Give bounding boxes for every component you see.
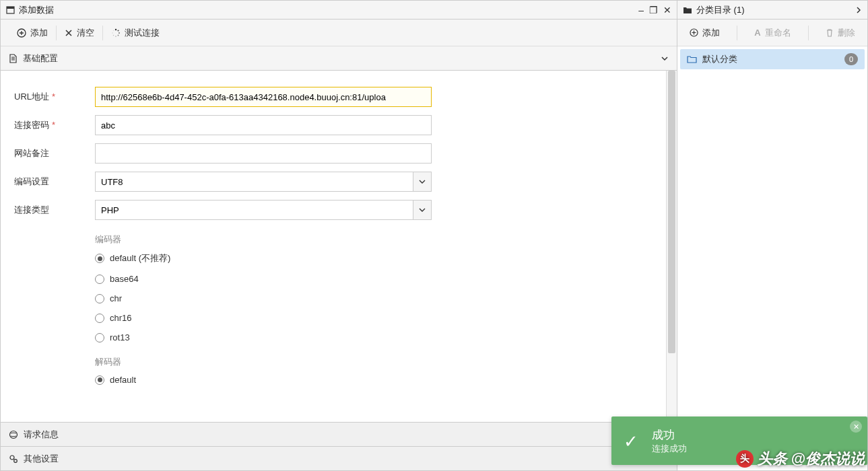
radio-icon [95, 294, 104, 303]
encoder-option-chr16[interactable]: chr16 [95, 313, 653, 323]
font-icon: A [754, 28, 760, 38]
decoder-option-default[interactable]: default [95, 375, 653, 385]
conn-type-label: 连接类型 [14, 204, 95, 216]
maximize-button[interactable]: ❐ [649, 5, 658, 15]
encoder-option-base64[interactable]: base64 [95, 274, 653, 284]
category-count-badge: 0 [844, 53, 858, 65]
other-settings-label: 其他设置 [24, 453, 59, 465]
scrollbar-thumb[interactable] [668, 71, 675, 353]
encoding-label: 编码设置 [14, 176, 95, 188]
radio-icon [95, 314, 104, 323]
encoding-dropdown-button[interactable] [413, 172, 432, 192]
window-icon [6, 5, 15, 14]
close-button[interactable]: ✕ [663, 5, 671, 15]
clear-button[interactable]: 清空 [57, 23, 102, 43]
chevron-down-icon [419, 178, 426, 185]
window-titlebar: 添加数据 – ❐ ✕ [1, 1, 677, 20]
decoder-group-label: 解码器 [95, 356, 653, 368]
other-settings-header[interactable]: 其他设置 [1, 446, 677, 470]
note-label: 网站备注 [14, 147, 95, 159]
category-label: 默认分类 [702, 53, 737, 65]
radio-icon [95, 254, 104, 263]
request-info-label: 请求信息 [24, 429, 59, 441]
plus-circle-icon [690, 28, 698, 37]
chevron-down-icon [419, 207, 426, 213]
spinner-icon [111, 28, 121, 38]
success-toast: ✓ 成功 连接成功 ✕ [611, 416, 867, 465]
password-label: 连接密码* [14, 119, 95, 131]
gears-icon [9, 454, 18, 464]
check-icon: ✓ [624, 431, 642, 450]
browser-icon [9, 430, 18, 439]
radio-icon [95, 275, 104, 284]
category-item[interactable]: 默认分类 0 [680, 49, 865, 69]
svg-point-8 [113, 34, 114, 35]
svg-point-3 [115, 28, 116, 30]
sidebar-title: 分类目录 (1) [696, 4, 745, 16]
add-button[interactable]: 添加 [9, 23, 56, 43]
plus-circle-icon [17, 28, 26, 38]
svg-rect-1 [7, 7, 14, 9]
password-input[interactable] [95, 115, 432, 135]
svg-point-6 [118, 34, 119, 36]
test-connection-button[interactable]: 测试连接 [103, 23, 168, 43]
encoder-group-label: 编码器 [95, 233, 653, 246]
sidebar-add-button[interactable]: 添加 [681, 23, 728, 43]
toast-message: 连接成功 [652, 443, 687, 455]
sidebar-titlebar: 分类目录 (1) [677, 1, 867, 20]
conn-type-select[interactable] [95, 200, 413, 220]
category-list: 默认分类 0 [677, 46, 867, 470]
x-icon [65, 29, 73, 37]
svg-point-5 [119, 32, 120, 34]
conn-type-dropdown-button[interactable] [413, 200, 432, 220]
svg-point-13 [14, 459, 18, 462]
svg-point-11 [10, 431, 18, 438]
svg-point-7 [115, 36, 116, 37]
encoder-option-default[interactable]: default (不推荐) [95, 252, 653, 264]
folder-icon [683, 6, 692, 14]
encoder-option-chr[interactable]: chr [95, 293, 653, 303]
main-toolbar: 添加 清空 测试连接 [1, 20, 677, 46]
radio-icon [95, 375, 104, 385]
basic-config-header[interactable]: 基础配置 [1, 46, 677, 71]
folder-outline-icon [687, 55, 697, 63]
request-info-header[interactable]: 请求信息 [1, 422, 677, 446]
form-area: URL地址* 连接密码* 网站备注 编码设置 [1, 71, 666, 422]
svg-point-4 [117, 30, 119, 31]
divider [808, 26, 809, 40]
sidebar-delete-button[interactable]: 删除 [817, 23, 863, 43]
minimize-button[interactable]: – [638, 5, 644, 15]
url-label: URL地址* [14, 91, 95, 103]
url-input[interactable] [95, 87, 432, 107]
svg-point-12 [10, 456, 14, 460]
chevron-right-icon[interactable] [855, 7, 862, 13]
trash-icon [826, 28, 834, 37]
document-icon [9, 54, 18, 63]
scrollbar[interactable] [666, 71, 677, 422]
encoder-option-rot13[interactable]: rot13 [95, 332, 653, 342]
svg-point-9 [112, 32, 112, 33]
divider [737, 26, 737, 40]
note-input[interactable] [95, 143, 432, 164]
encoding-select[interactable] [95, 172, 413, 192]
sidebar-toolbar: 添加 A 重命名 删除 [677, 20, 867, 46]
radio-icon [95, 333, 104, 342]
toast-close-button[interactable]: ✕ [850, 421, 862, 433]
svg-point-10 [113, 30, 114, 30]
sidebar-rename-button[interactable]: A 重命名 [746, 23, 799, 43]
basic-config-label: 基础配置 [23, 52, 58, 65]
window-title: 添加数据 [19, 4, 54, 16]
toast-title: 成功 [652, 427, 687, 443]
chevron-down-icon [661, 55, 669, 63]
